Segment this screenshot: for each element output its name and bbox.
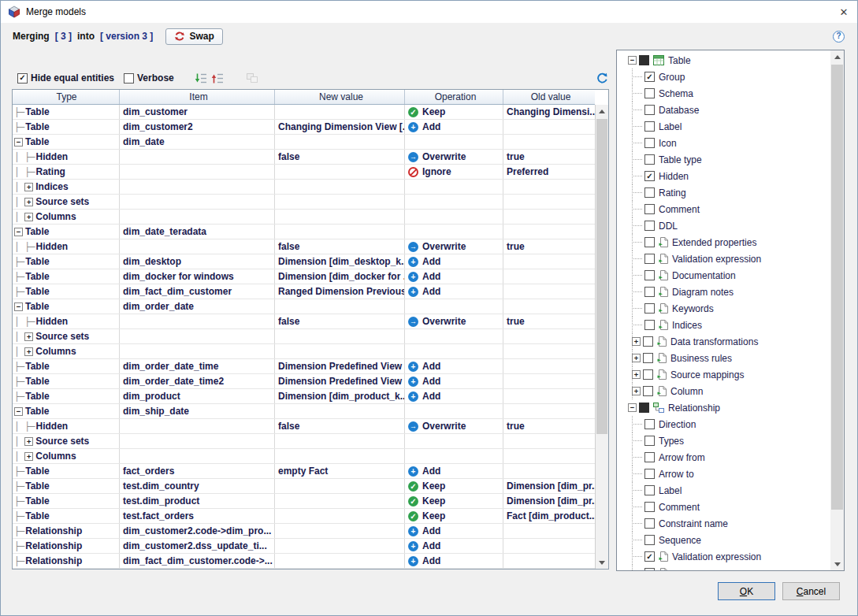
expand-all-icon[interactable] xyxy=(195,72,207,84)
tree-item[interactable]: Arrow to xyxy=(617,466,830,482)
tree-item[interactable]: Rating xyxy=(617,184,830,201)
table-row[interactable]: │ ├─Hiddenfalse→Overwritetrue xyxy=(13,239,595,254)
tree-checkbox[interactable]: ✓ xyxy=(644,72,655,82)
expand-icon[interactable]: + xyxy=(632,370,641,379)
table-row[interactable]: │ +Columns xyxy=(13,344,595,359)
tree-checkbox[interactable] xyxy=(643,369,653,380)
tree-item[interactable]: ✓Hidden xyxy=(617,168,830,184)
tree-checkbox[interactable] xyxy=(644,121,655,132)
table-row[interactable]: ├─Tabledim_desktopDimension [dim_desktop… xyxy=(13,254,595,269)
tree-checkbox[interactable] xyxy=(644,535,655,545)
tree-item[interactable] xyxy=(617,565,830,570)
expand-icon[interactable]: + xyxy=(24,332,33,341)
tree-item[interactable]: Table type xyxy=(617,151,830,168)
tree-item[interactable]: Sequence xyxy=(617,532,830,548)
table-row[interactable]: │ ├─RatingIgnorePreferred xyxy=(13,165,595,180)
expand-icon[interactable]: + xyxy=(632,387,641,395)
table-row[interactable]: ├─Tabledim_customer2Changing Dimension V… xyxy=(13,120,595,135)
tree-checkbox[interactable]: ✓ xyxy=(644,171,655,181)
tree-item[interactable]: Database xyxy=(617,102,830,118)
column-header-old-value[interactable]: Old value xyxy=(503,90,595,104)
tree-checkbox[interactable] xyxy=(644,221,655,231)
tree-item[interactable]: Comment xyxy=(617,201,830,217)
scrollbar-thumb[interactable] xyxy=(596,119,607,434)
collapse-icon[interactable]: − xyxy=(628,56,637,65)
tree-checkbox[interactable] xyxy=(643,386,653,396)
tree-checkbox[interactable] xyxy=(644,270,655,280)
tree-checkbox[interactable] xyxy=(644,452,655,462)
copy-icon[interactable] xyxy=(246,72,258,83)
tree-item[interactable]: +Business rules xyxy=(617,350,830,366)
tree-item[interactable]: Constraint name xyxy=(617,515,830,532)
table-row[interactable]: │ +Source sets xyxy=(13,434,595,449)
collapse-icon[interactable]: − xyxy=(14,138,23,147)
collapse-icon[interactable]: − xyxy=(628,403,637,412)
collapse-icon[interactable]: − xyxy=(14,407,23,416)
scroll-up-button[interactable] xyxy=(596,105,608,117)
tree-item[interactable]: +Source mappings xyxy=(617,366,830,383)
table-row[interactable]: ├─Relationshipdim_customer2.code->dim_pr… xyxy=(13,524,595,539)
tree-item[interactable]: Types xyxy=(617,432,830,449)
column-header-new-value[interactable]: New value xyxy=(275,90,405,104)
table-vertical-scrollbar[interactable] xyxy=(595,105,608,569)
tree-checkbox[interactable] xyxy=(644,320,655,330)
tree-item[interactable]: Diagram notes xyxy=(617,284,830,300)
table-row[interactable]: ├─Tabledim_docker for windowsDimension [… xyxy=(13,269,595,284)
table-row[interactable]: │ ├─Hiddenfalse→Overwritetrue xyxy=(13,150,595,165)
tree-item[interactable]: Documentation xyxy=(617,267,830,284)
expand-icon[interactable]: + xyxy=(24,437,33,446)
ok-button[interactable]: OK xyxy=(718,582,775,600)
tree-checkbox[interactable] xyxy=(644,254,655,264)
tree-checkbox[interactable] xyxy=(639,55,649,65)
tree-item[interactable]: Label xyxy=(617,118,830,135)
tree-item[interactable]: Comment xyxy=(617,499,830,515)
tree-checkbox[interactable] xyxy=(644,518,655,529)
tree-item[interactable]: Keywords xyxy=(617,300,830,317)
expand-icon[interactable]: + xyxy=(632,354,641,362)
scroll-up-button[interactable] xyxy=(830,50,844,63)
tree-checkbox[interactable] xyxy=(639,403,649,413)
verbose-checkbox[interactable] xyxy=(124,73,134,83)
table-row[interactable]: │ ├─Hiddenfalse→Overwritetrue xyxy=(13,419,595,434)
table-row[interactable]: ├─Relationshipdim_customer2.dss_update_t… xyxy=(13,539,595,554)
tree-checkbox[interactable] xyxy=(644,485,655,495)
tree-checkbox[interactable] xyxy=(644,469,655,479)
cancel-button[interactable]: Cancel xyxy=(782,582,840,600)
expand-icon[interactable]: + xyxy=(24,452,33,461)
scrollbar-thumb[interactable] xyxy=(831,65,843,510)
expand-icon[interactable]: + xyxy=(632,337,641,346)
swap-button[interactable]: Swap xyxy=(165,28,222,45)
tree-checkbox[interactable] xyxy=(644,88,655,98)
tree-checkbox[interactable] xyxy=(644,303,655,314)
tree-checkbox[interactable]: ✓ xyxy=(644,551,655,562)
tree-checkbox[interactable] xyxy=(644,502,655,512)
hide-equal-checkbox[interactable]: ✓ xyxy=(17,73,28,83)
tree-checkbox[interactable] xyxy=(644,105,655,115)
tree-item[interactable]: +Column xyxy=(617,383,830,399)
tree-item[interactable]: Icon xyxy=(617,135,830,151)
refresh-icon[interactable] xyxy=(596,72,608,84)
table-row[interactable]: ├─Tablefact_ordersempty Fact+Add xyxy=(13,464,595,479)
close-icon[interactable]: ✕ xyxy=(830,1,857,23)
tree-checkbox[interactable] xyxy=(644,568,655,570)
tree-checkbox[interactable] xyxy=(643,353,653,363)
tree-item[interactable]: ✓Group xyxy=(617,69,830,85)
collapse-all-icon[interactable] xyxy=(211,72,224,84)
table-row[interactable]: │ +Source sets xyxy=(13,329,595,344)
help-icon[interactable]: ? xyxy=(833,31,845,43)
table-row[interactable]: −Tabledim_ship_date xyxy=(13,404,595,419)
table-row[interactable]: │ +Source sets xyxy=(13,195,595,210)
expand-icon[interactable]: + xyxy=(24,198,33,206)
expand-icon[interactable]: + xyxy=(24,347,33,356)
tree-item[interactable]: −Relationship xyxy=(617,399,830,416)
scroll-down-button[interactable] xyxy=(830,558,844,570)
table-row[interactable]: −Tabledim_order_date xyxy=(13,299,595,314)
table-row[interactable]: │ +Columns xyxy=(13,210,595,225)
tree-checkbox[interactable] xyxy=(644,419,655,429)
table-row[interactable]: −Tabledim_date_teradata xyxy=(13,225,595,239)
expand-icon[interactable]: + xyxy=(24,213,33,221)
tree-item[interactable]: Arrow from xyxy=(617,449,830,466)
tree-item[interactable]: Indices xyxy=(617,317,830,333)
tree-item[interactable]: ✓Validation expression xyxy=(617,548,830,565)
column-header-operation[interactable]: Operation xyxy=(405,90,503,104)
